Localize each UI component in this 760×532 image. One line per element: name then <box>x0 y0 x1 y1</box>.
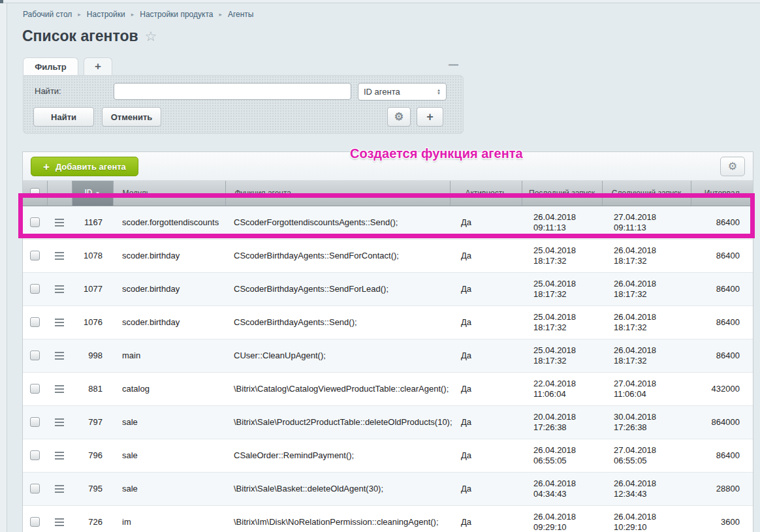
menu-cell <box>47 505 72 532</box>
add-agent-label: Добавить агента <box>55 162 126 172</box>
breadcrumb: Рабочий стол ▸ Настройки ▸ Настройки про… <box>23 10 254 19</box>
cell-last-run: 25.04.201818:17:32 <box>522 305 602 339</box>
breadcrumb-agents[interactable]: Агенты <box>228 10 254 19</box>
table-row: 881 catalog \Bitrix\Catalog\CatalogViewe… <box>23 372 753 405</box>
cell-next-run: 27.04.201811:06:04 <box>602 372 691 405</box>
cell-id: 1077 <box>72 272 113 305</box>
cell-module: main <box>113 339 225 372</box>
header-interval[interactable]: Интервал <box>691 181 753 206</box>
cancel-button[interactable]: Отменить <box>102 107 161 127</box>
cell-id: 726 <box>72 505 113 532</box>
cell-last-run: 25.04.201818:17:32 <box>522 239 602 272</box>
header-menu-cell <box>47 181 72 206</box>
header-id[interactable]: ID▼ <box>72 181 113 206</box>
cell-id: 797 <box>72 405 113 439</box>
row-checkbox[interactable] <box>30 384 40 394</box>
cell-next-run: 27.04.201809:11:13 <box>602 206 691 239</box>
favorite-star-icon[interactable]: ☆ <box>145 29 157 43</box>
select-all-checkbox[interactable] <box>30 188 40 198</box>
row-menu-icon[interactable] <box>55 485 64 493</box>
header-function[interactable]: Функция агента <box>225 181 450 206</box>
row-checkbox[interactable] <box>30 417 40 427</box>
select-arrows-icon: ▲▼ <box>437 89 441 95</box>
menu-cell <box>47 272 72 305</box>
cell-id: 998 <box>72 339 113 372</box>
top-strip <box>0 0 760 3</box>
cell-active: Да <box>450 505 522 532</box>
cell-interval: 3600 <box>691 505 753 532</box>
row-checkbox[interactable] <box>30 484 40 493</box>
cell-active: Да <box>450 239 522 272</box>
search-input[interactable] <box>114 83 351 100</box>
row-menu-icon[interactable] <box>55 285 64 293</box>
cell-active: Да <box>450 305 522 339</box>
find-button[interactable]: Найти <box>33 107 94 127</box>
header-active[interactable]: Активность <box>450 181 522 206</box>
filter-minimize-icon[interactable]: — <box>449 59 458 70</box>
cell-active: Да <box>450 339 522 372</box>
grid-settings-button[interactable]: ⚙ <box>720 157 745 176</box>
checkbox-cell <box>23 505 47 532</box>
row-menu-icon[interactable] <box>55 219 64 227</box>
menu-cell <box>47 206 72 239</box>
field-select[interactable]: ID агента ▲▼ <box>358 83 447 101</box>
row-checkbox[interactable] <box>30 317 40 327</box>
menu-cell <box>47 439 72 472</box>
header-next-run[interactable]: Следующий запуск <box>602 181 691 206</box>
table-row: 1077 scoder.birthday CScoderBirthdayAgen… <box>23 272 753 305</box>
cell-id: 795 <box>72 472 113 505</box>
cell-function: CSaleOrder::RemindPayment(); <box>225 439 450 472</box>
row-checkbox[interactable] <box>30 517 40 527</box>
cell-module: sale <box>113 472 225 505</box>
row-menu-icon[interactable] <box>55 319 64 326</box>
cell-interval: 86400 <box>691 239 753 272</box>
cell-last-run: 26.04.201806:55:05 <box>522 439 602 472</box>
cell-active: Да <box>450 472 522 505</box>
field-select-value: ID агента <box>364 87 400 97</box>
cell-next-run: 26.04.201818:17:32 <box>602 305 691 339</box>
row-menu-icon[interactable] <box>55 252 64 260</box>
agents-admin-page: Рабочий стол ▸ Настройки ▸ Настройки про… <box>0 0 760 532</box>
checkbox-cell <box>23 305 47 339</box>
cell-interval: 86400 <box>691 272 753 305</box>
row-checkbox[interactable] <box>30 217 40 227</box>
row-menu-icon[interactable] <box>55 352 64 360</box>
cell-function: CScoderBirthdayAgents::Send(); <box>225 305 450 339</box>
breadcrumb-desktop[interactable]: Рабочий стол <box>23 10 72 19</box>
menu-cell <box>47 472 72 505</box>
filter-add-field-button[interactable]: + <box>417 107 443 127</box>
add-filter-tab[interactable]: + <box>84 57 112 75</box>
cell-active: Да <box>450 405 522 439</box>
row-menu-icon[interactable] <box>55 385 64 393</box>
filter-panel: Найти: ID агента ▲▼ Найти Отменить ⚙ + <box>23 75 464 134</box>
cell-function: CUser::CleanUpAgent(); <box>225 339 450 372</box>
cell-last-run: 26.04.201809:11:13 <box>522 206 602 239</box>
filter-settings-button[interactable]: ⚙ <box>387 107 411 127</box>
filter-tab[interactable]: Фильтр <box>23 57 78 75</box>
row-checkbox[interactable] <box>30 284 40 294</box>
cell-function: \Bitrix\Sale\Product2ProductTable::delet… <box>225 405 450 439</box>
add-agent-button[interactable]: + Добавить агента <box>31 157 138 176</box>
breadcrumb-settings[interactable]: Настройки <box>87 10 125 19</box>
row-checkbox[interactable] <box>30 450 40 460</box>
annotation-text: Создается функция агента <box>350 146 523 161</box>
checkbox-cell <box>23 439 47 472</box>
checkbox-cell <box>23 239 47 272</box>
row-menu-icon[interactable] <box>55 418 64 426</box>
row-checkbox[interactable] <box>30 251 40 260</box>
row-menu-icon[interactable] <box>55 518 64 526</box>
cell-module: sale <box>113 405 225 439</box>
header-module[interactable]: Модуль <box>113 181 225 206</box>
row-checkbox[interactable] <box>30 351 40 360</box>
cell-module: im <box>113 505 225 532</box>
checkbox-cell <box>23 272 47 305</box>
row-menu-icon[interactable] <box>55 452 64 460</box>
cell-last-run: 25.04.201818:17:32 <box>522 339 602 372</box>
cell-next-run: 26.04.201810:29:10 <box>602 505 691 532</box>
cell-interval: 86400 <box>691 339 753 372</box>
header-last-run[interactable]: Последний запуск <box>522 181 602 206</box>
breadcrumb-separator-icon: ▸ <box>131 11 135 18</box>
cell-module: scoder.birthday <box>113 272 225 305</box>
cell-last-run: 26.04.201804:34:43 <box>522 472 602 505</box>
breadcrumb-product-settings[interactable]: Настройки продукта <box>140 10 213 19</box>
